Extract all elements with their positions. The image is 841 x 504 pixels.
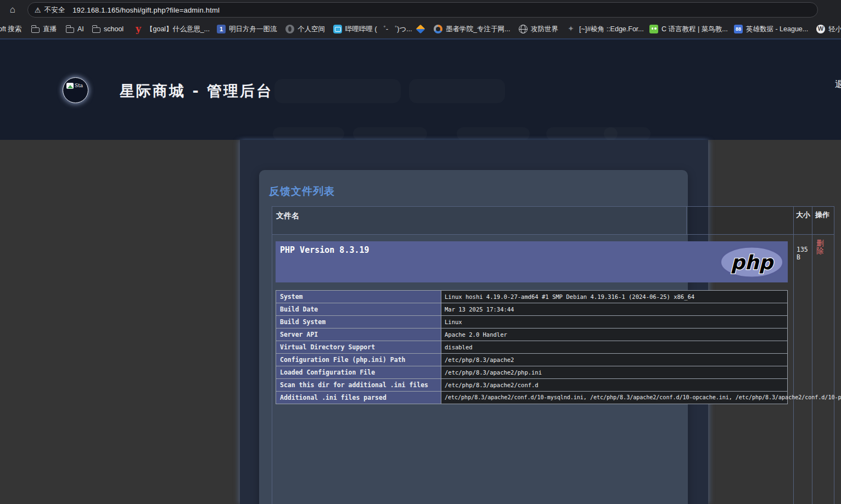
table-line <box>272 206 834 207</box>
info-value-ini-list: /etc/php/8.3/apache2/conf.d/10-mysqlnd.i… <box>441 392 788 404</box>
svg-text:php: php <box>731 251 774 274</box>
table-row: Additional .ini files parsed/etc/php/8.3… <box>276 392 788 404</box>
runoob-icon <box>649 25 658 33</box>
screen: ⌂ ⚠ 不安全 192.168.1.165/hoshi/gift.php?fil… <box>0 0 841 504</box>
cube-icon <box>416 25 425 34</box>
info-label: System <box>276 291 441 303</box>
ghost-nav-pill <box>353 127 427 140</box>
dark-globe-icon <box>285 25 294 33</box>
table-line <box>793 206 794 504</box>
bookmark-live[interactable]: 直播 <box>31 22 57 36</box>
table-row: SystemLinux hoshi 4.19.0-27-amd64 #1 SMP… <box>276 291 788 303</box>
info-label: Build System <box>276 316 441 329</box>
bookmark-league[interactable]: 英雄数据 - League... <box>734 22 808 36</box>
column-header-size: 大小 <box>796 210 810 220</box>
broken-image-icon <box>66 83 74 89</box>
bookmark-personal-space[interactable]: 个人空间 <box>285 22 325 36</box>
site-header: Sta 星际商城 - 管理后台 退 <box>0 38 841 140</box>
bookmark-arknights[interactable]: 明日方舟一图流 <box>217 22 277 36</box>
table-row: Loaded Configuration File/etc/php/8.3/ap… <box>276 366 788 379</box>
dark-star-icon <box>567 25 576 33</box>
info-value: Linux <box>441 316 788 329</box>
bookmarks-bar: oft 搜索 直播 AI school 【goal】什么意思_... 明日方舟一… <box>0 20 841 38</box>
info-value: Linux hoshi 4.19.0-27-amd64 #1 SMP Debia… <box>441 291 788 303</box>
table-row: Configuration File (php.ini) Path/etc/ph… <box>276 354 788 366</box>
info-value: Mar 13 2025 17:34:44 <box>441 303 788 316</box>
security-badge[interactable]: 不安全 <box>44 5 65 15</box>
bookmark-runoob[interactable]: C 语言教程 | 菜鸟教... <box>649 22 728 36</box>
table-line <box>272 234 834 235</box>
page-title: 星际商城 - 管理后台 <box>120 81 273 101</box>
globe-icon <box>519 25 528 33</box>
bookmark-msoft-search[interactable]: oft 搜索 <box>0 22 21 36</box>
not-secure-warning-icon: ⚠ <box>35 7 41 14</box>
info-value: disabled <box>441 341 788 354</box>
bookmark-adworld[interactable]: 攻防世界 <box>519 22 558 36</box>
column-header-action: 操作 <box>815 210 829 220</box>
table-line <box>272 206 272 504</box>
rings-icon <box>434 25 442 33</box>
table-line <box>686 206 687 234</box>
ghost-nav-pill <box>604 127 651 140</box>
folder-icon <box>66 27 74 33</box>
php-version-title: PHP Version 8.3.19 <box>280 245 369 255</box>
bookmark-ai[interactable]: AI <box>66 22 84 36</box>
ghost-blob <box>274 79 401 103</box>
folder-icon <box>31 27 40 33</box>
bookmark-school[interactable]: school <box>92 22 124 36</box>
youdao-icon <box>134 25 143 33</box>
info-label: Build Date <box>276 303 441 316</box>
ghost-blob <box>409 79 505 103</box>
wordpress-icon <box>816 25 825 33</box>
bilibili-tv-icon <box>333 25 342 33</box>
info-label: Loaded Configuration File <box>276 366 441 379</box>
phpinfo-table: SystemLinux hoshi 4.19.0-27-amd64 #1 SMP… <box>276 290 788 404</box>
delete-link[interactable]: 删除 <box>816 240 825 255</box>
browser-toolbar: ⌂ ⚠ 不安全 192.168.1.165/hoshi/gift.php?fil… <box>0 0 841 20</box>
bookmark-lightnovel[interactable]: 轻小 <box>816 22 841 36</box>
column-header-filename: 文件名 <box>276 211 299 221</box>
bookmark-cube[interactable] <box>416 22 428 36</box>
ghost-nav-pill <box>273 127 344 140</box>
ghost-nav-pill <box>457 127 530 140</box>
panel-heading: 反馈文件列表 <box>269 184 335 199</box>
file-table-header-row <box>272 206 834 234</box>
bookmark-bilibili[interactable]: 哔哩哔哩 ( ゜- ゜)つ... <box>333 22 412 36</box>
home-icon[interactable]: ⌂ <box>5 3 20 17</box>
bookmark-goal[interactable]: 【goal】什么意思_... <box>134 22 210 36</box>
clipped-logout-link[interactable]: 退 <box>835 79 841 90</box>
table-row: Build SystemLinux <box>276 316 788 329</box>
logo-alt-text: Sta <box>75 83 83 88</box>
table-row: Server APIApache 2.0 Handler <box>276 329 788 341</box>
info-value: /etc/php/8.3/apache2/php.ini <box>441 366 788 379</box>
table-row: Virtual Directory Supportdisabled <box>276 341 788 354</box>
bookmark-edge-forum[interactable]: [~]#棱角 ::Edge.For... <box>567 22 644 36</box>
phpinfo-banner: PHP Version 8.3.19 php <box>276 241 788 282</box>
info-label: Scan this dir for additional .ini files <box>276 379 441 392</box>
url-text: 192.168.1.165/hoshi/gift.php?file=admin.… <box>72 6 220 14</box>
site-logo: Sta <box>63 77 88 103</box>
table-line <box>834 206 834 504</box>
folder-icon <box>92 27 100 33</box>
info-label: Additional .ini files parsed <box>276 392 441 404</box>
file-size-value: 135 B <box>797 246 811 262</box>
info-value: /etc/php/8.3/apache2/conf.d <box>441 379 788 392</box>
table-row: Build DateMar 13 2025 17:34:44 <box>276 303 788 316</box>
bookmark-mozhe[interactable]: 墨者学院_专注于网... <box>434 22 510 36</box>
address-bar[interactable]: ⚠ 不安全 192.168.1.165/hoshi/gift.php?file=… <box>27 2 818 18</box>
info-label: Virtual Directory Support <box>276 341 441 354</box>
info-value: /etc/php/8.3/apache2 <box>441 354 788 366</box>
info-value: Apache 2.0 Handler <box>441 329 788 341</box>
info-label: Configuration File (php.ini) Path <box>276 354 441 366</box>
league-stats-icon <box>734 25 743 33</box>
table-row: Scan this dir for additional .ini files/… <box>276 379 788 392</box>
info-label: Server API <box>276 329 441 341</box>
arknights-icon <box>217 25 226 33</box>
table-line <box>812 206 812 504</box>
php-logo-icon: php <box>719 246 784 279</box>
